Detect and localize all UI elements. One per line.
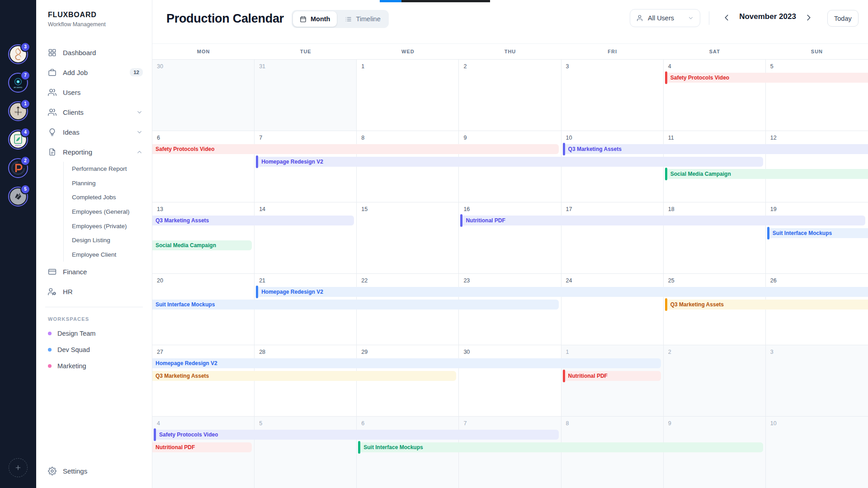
day-cell-24[interactable]: 24 <box>561 274 664 345</box>
day-cell-1[interactable]: 1 <box>357 60 459 131</box>
day-cell-6[interactable]: 6 <box>152 131 255 202</box>
submenu-item-performance-report[interactable]: Performance Report <box>64 162 152 176</box>
day-cell-2[interactable]: 2 <box>664 345 766 416</box>
sidebar-item-clients[interactable]: Clients <box>36 102 152 122</box>
calendar-event-safety-protocols-video[interactable]: Safety Protocols Video <box>152 144 559 154</box>
day-cell-3[interactable]: 3 <box>766 345 868 416</box>
day-cell-6[interactable]: 6 <box>357 417 459 488</box>
day-cell-4[interactable]: 4 <box>664 60 766 131</box>
calendar-event-homepage-redesign-v2[interactable]: Homepage Redesign V2 <box>256 157 763 167</box>
calendar-icon <box>300 16 307 23</box>
avatar-plogo[interactable]: 2 <box>8 158 28 178</box>
day-cell-20[interactable]: 20 <box>152 274 255 345</box>
calendar-event-social-media-campaign[interactable]: Social Media Campaign <box>665 169 868 179</box>
day-cell-29[interactable]: 29 <box>357 345 459 416</box>
day-cell-21[interactable]: 21 <box>255 274 357 345</box>
sidebar-item-add-job[interactable]: Add Job12 <box>36 62 152 82</box>
calendar-event-q3-marketing-assets[interactable]: Q3 Marketing Assets <box>563 144 868 154</box>
calendar-event-homepage-redesign-v2[interactable]: Homepage Redesign V2 <box>256 287 868 297</box>
calendar-event-homepage-redesign-v2[interactable]: Homepage Redesign V2 <box>152 358 661 368</box>
today-button[interactable]: Today <box>827 10 859 27</box>
day-cell-11[interactable]: 11 <box>664 131 766 202</box>
sidebar-item-label: HR <box>63 288 73 296</box>
day-cell-9[interactable]: 9 <box>459 131 561 202</box>
sidebar-item-label: Users <box>63 89 80 96</box>
settings-label: Settings <box>63 467 87 475</box>
sidebar-item-reporting[interactable]: Reporting <box>36 142 152 162</box>
submenu-item-employee-client[interactable]: Employee Client <box>64 248 152 262</box>
calendar-event-nutritional-pdf[interactable]: Nutritional PDF <box>460 216 865 225</box>
day-cell-5[interactable]: 5 <box>255 417 357 488</box>
view-toggle-month[interactable]: Month <box>293 11 337 27</box>
day-cell-18[interactable]: 18 <box>664 202 766 273</box>
sidebar-item-finance[interactable]: Finance <box>36 262 152 282</box>
calendar-event-safety-protocols-video[interactable]: Safety Protocols Video <box>665 73 868 83</box>
day-cell-31[interactable]: 31 <box>255 60 357 131</box>
calendar-event-suit-interface-mockups[interactable]: Suit Interface Mockups <box>152 300 559 310</box>
day-cell-2[interactable]: 2 <box>459 60 561 131</box>
avatar-maison[interactable]: Maison1 <box>8 101 28 121</box>
day-cell-7[interactable]: 7 <box>255 131 357 202</box>
avatar-arcamind[interactable]: ARCAMIND7 <box>8 73 28 93</box>
day-cell-19[interactable]: 19 <box>766 202 868 273</box>
submenu-item-completed-jobs[interactable]: Completed Jobs <box>64 190 152 205</box>
calendar-event-q3-marketing-assets[interactable]: Q3 Marketing Assets <box>152 216 354 225</box>
day-cell-3[interactable]: 3 <box>561 60 664 131</box>
avatar-phyliant[interactable]: phyliant4 <box>8 130 28 150</box>
sidebar-item-ideas[interactable]: Ideas <box>36 122 152 142</box>
workspace-item-dev-squad[interactable]: Dev Squad <box>36 342 152 358</box>
day-cell-30[interactable]: 30 <box>152 60 255 131</box>
calendar-event-nutritional-pdf[interactable]: Nutritional PDF <box>152 442 252 452</box>
avatar-swirl[interactable]: 3 <box>8 44 28 64</box>
next-month-button[interactable] <box>804 13 814 23</box>
sidebar-item-users[interactable]: Users <box>36 82 152 102</box>
add-workspace-button[interactable] <box>9 458 28 477</box>
calendar-event-q3-marketing-assets[interactable]: Q3 Marketing Assets <box>152 371 456 381</box>
submenu-item-employees-general[interactable]: Employees (General) <box>64 205 152 219</box>
day-cell-28[interactable]: 28 <box>255 345 357 416</box>
sidebar-item-dashboard[interactable]: Dashboard <box>36 42 152 62</box>
submenu-item-employees-private[interactable]: Employees (Private) <box>64 219 152 233</box>
sidebar-item-hr[interactable]: HR <box>36 282 152 301</box>
day-cell-17[interactable]: 17 <box>561 202 664 273</box>
view-toggle-timeline[interactable]: Timeline <box>338 11 387 27</box>
day-cell-5[interactable]: 5 <box>766 60 868 131</box>
day-cell-12[interactable]: 12 <box>766 131 868 202</box>
submenu-item-design-listing[interactable]: Design Listing <box>64 233 152 248</box>
day-cell-10[interactable]: 10 <box>561 131 664 202</box>
calendar-event-nutritional-pdf[interactable]: Nutritional PDF <box>563 371 661 381</box>
day-cell-27[interactable]: 27 <box>152 345 255 416</box>
day-cell-13[interactable]: 13 <box>152 202 255 273</box>
calendar-event-suit-interface-mockups[interactable]: Suit Interface Mockups <box>358 442 763 452</box>
day-cell-16[interactable]: 16 <box>459 202 561 273</box>
day-cell-22[interactable]: 22 <box>357 274 459 345</box>
day-cell-26[interactable]: 26 <box>766 274 868 345</box>
day-cell-23[interactable]: 23 <box>459 274 561 345</box>
day-number: 17 <box>566 206 572 212</box>
submenu-item-planning[interactable]: Planning <box>64 176 152 191</box>
event-cap <box>665 71 667 84</box>
day-cell-15[interactable]: 15 <box>357 202 459 273</box>
workspace-item-marketing[interactable]: Marketing <box>36 358 152 374</box>
event-cap <box>256 155 258 168</box>
prev-month-button[interactable] <box>722 13 731 23</box>
avatar-geo[interactable]: 5 <box>8 187 28 206</box>
workspace-item-design-team[interactable]: Design Team <box>36 325 152 342</box>
day-cell-4[interactable]: 4 <box>152 417 255 488</box>
calendar-event-social-media-campaign[interactable]: Social Media Campaign <box>152 240 252 250</box>
day-cell-10[interactable]: 10 <box>766 417 868 488</box>
day-cell-8[interactable]: 8 <box>561 417 664 488</box>
day-cell-1[interactable]: 1 <box>561 345 664 416</box>
calendar-event-safety-protocols-video[interactable]: Safety Protocols Video <box>154 430 559 440</box>
day-cell-9[interactable]: 9 <box>664 417 766 488</box>
user-filter-dropdown[interactable]: All Users <box>630 9 700 27</box>
sidebar-item-settings[interactable]: Settings <box>36 462 99 480</box>
day-cell-7[interactable]: 7 <box>459 417 561 488</box>
notification-badge: 3 <box>20 42 30 52</box>
calendar-event-suit-interface-mockups[interactable]: Suit Interface Mockups <box>767 228 868 238</box>
day-cell-14[interactable]: 14 <box>255 202 357 273</box>
day-cell-25[interactable]: 25 <box>664 274 766 345</box>
day-cell-30[interactable]: 30 <box>459 345 561 416</box>
calendar-event-q3-marketing-assets[interactable]: Q3 Marketing Assets <box>665 300 868 310</box>
day-cell-8[interactable]: 8 <box>357 131 459 202</box>
